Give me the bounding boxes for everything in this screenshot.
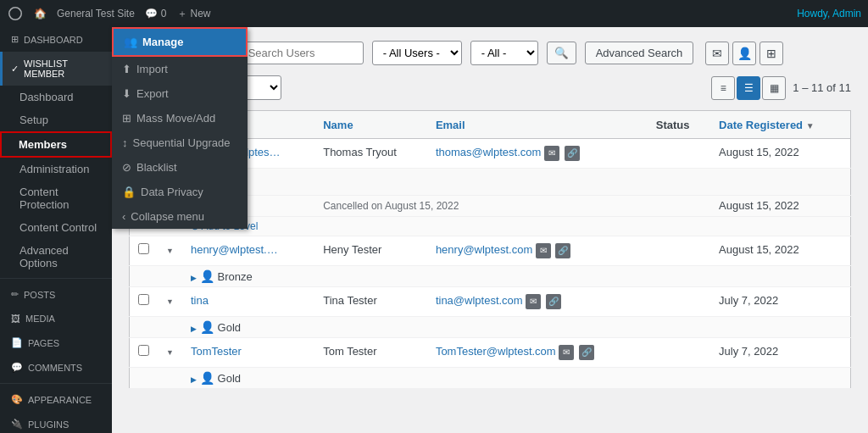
sidebar-item-pages[interactable]: 📄 Pages (0, 330, 112, 355)
sidebar-dashboard-label: Dashboard (24, 35, 83, 45)
level-henry-cell: ▶ 👤 Bronze (182, 266, 851, 287)
sidebar-item-wl-content-control[interactable]: Content Control (0, 216, 112, 239)
member-name: Heny Tester (323, 243, 381, 256)
username-link[interactable]: henry@wlptest.… (191, 243, 278, 256)
sidebar-item-wl-advanced-options[interactable]: Advanced Options (0, 239, 112, 275)
link-icon[interactable]: 🔗 (546, 294, 561, 309)
dropdown-manage-header[interactable]: 👥 Manage (112, 27, 248, 57)
sidebar-item-appearance[interactable]: 🎨 Appearance (0, 387, 112, 412)
grid-icon-button[interactable]: ⊞ (760, 42, 783, 65)
adminbar-home[interactable]: 🏠 (34, 8, 47, 19)
adminbar-new[interactable]: ＋ New (177, 7, 211, 21)
add-to-level-button[interactable]: ⊕ Add to Level (191, 220, 842, 232)
link-icon[interactable]: 🔗 (555, 243, 570, 258)
row-status-cell (648, 338, 710, 368)
mass-move-label: Mass Move/Add (136, 112, 215, 125)
expand-right-icon[interactable]: ▶ (191, 375, 197, 384)
sidebar-appearance-label: Appearance (28, 395, 92, 405)
plus-icon: ＋ (177, 7, 187, 21)
expand-icon[interactable]: ▼ (166, 247, 174, 255)
sort-arrow-icon: ▼ (806, 121, 815, 130)
mail-icon[interactable]: ✉ (536, 243, 551, 258)
link-icon[interactable]: 🔗 (579, 345, 594, 360)
dropdown-mass-move[interactable]: ⊞ Mass Move/Add (112, 106, 248, 130)
sidebar-item-comments[interactable]: 💬 Comments (0, 355, 112, 380)
username-link[interactable]: tina (191, 294, 209, 307)
email-link[interactable]: tina@wlptest.com (436, 294, 523, 307)
search-icon: 🔍 (554, 47, 569, 59)
add-level-cell: ⊕ Add to Level (182, 217, 851, 236)
expand-right-icon[interactable]: ▶ (191, 274, 197, 282)
import-label: Import (136, 63, 168, 75)
wl-advanced-options-label: Advanced Options (19, 244, 69, 269)
mail-icon[interactable]: ✉ (544, 146, 559, 161)
expand-icon[interactable]: ▼ (166, 297, 174, 306)
search-button[interactable]: 🔍 (547, 42, 576, 64)
filter-all-users-select[interactable]: - All Users - (372, 41, 462, 65)
level-empty-1 (130, 317, 159, 338)
row-checkbox[interactable] (138, 345, 149, 356)
level-tina-cell: ▶ 👤 Gold (182, 317, 851, 338)
email-link[interactable]: henry@wlptest.com (436, 243, 532, 256)
advanced-search-button[interactable]: Advanced Search (585, 42, 694, 64)
row-name-cell: Heny Tester (314, 236, 427, 266)
email-icon-button[interactable]: ✉ (705, 42, 729, 65)
dropdown-export[interactable]: ⬇ Export (112, 81, 248, 106)
sidebar-item-media[interactable]: 🖼 Media (0, 307, 112, 330)
sidebar-divider-2 (0, 383, 112, 384)
dashboard-icon: ⊞ (11, 34, 19, 45)
dropdown-sequential[interactable]: ↕ Sequential Upgrade (112, 130, 248, 155)
search-users-input[interactable] (241, 42, 364, 64)
sidebar-item-wishlist[interactable]: ✓ WishList Member (0, 52, 112, 86)
user-icon-button[interactable]: 👤 (732, 42, 756, 65)
row-email-cell: TomTester@wlptest.com ✉ 🔗 (427, 338, 648, 368)
pages-icon: 📄 (11, 337, 23, 348)
expand-icon[interactable]: ▼ (166, 348, 174, 357)
adminbar-comments[interactable]: 💬 0 (145, 8, 167, 19)
sidebar-item-wl-setup[interactable]: Setup (0, 108, 112, 131)
person-icon: 👤 (200, 320, 214, 334)
email-link[interactable]: TomTester@wlptest.com (436, 345, 556, 358)
mass-move-icon: ⊞ (122, 112, 131, 125)
filter-all-select[interactable]: - All - (470, 41, 538, 65)
dropdown-data-privacy[interactable]: 🔒 Data Privacy (112, 180, 248, 204)
email-link[interactable]: thomas@wlptest.com (436, 146, 541, 158)
expand-right-icon[interactable]: ▶ (191, 325, 197, 333)
row-expand-cell: ▼ (158, 338, 182, 368)
row-status-cell (648, 287, 710, 317)
grid-view-button-2[interactable]: ▦ (762, 76, 786, 100)
mail-icon[interactable]: ✉ (526, 294, 541, 309)
data-privacy-icon: 🔒 (122, 186, 136, 198)
sidebar-posts-label: Posts (24, 290, 55, 300)
mail-icon[interactable]: ✉ (559, 345, 574, 360)
dropdown-collapse[interactable]: ‹ Collapse menu (112, 204, 248, 229)
dropdown-blacklist[interactable]: ⊘ Blacklist (112, 155, 248, 180)
dropdown-import[interactable]: ⬆ Import (112, 57, 248, 81)
sidebar-item-dashboard[interactable]: ⊞ Dashboard (0, 27, 112, 52)
sidebar-item-posts[interactable]: ✏ Posts (0, 282, 112, 307)
wp-logo[interactable] (7, 5, 24, 22)
posts-icon: ✏ (11, 289, 19, 300)
row-checkbox[interactable] (138, 243, 149, 254)
adminbar-site-name[interactable]: General Test Site (57, 8, 135, 19)
username-link[interactable]: TomTester (191, 345, 242, 358)
sidebar-item-wl-members[interactable]: Members (0, 131, 112, 158)
dropdown-menu: 👥 Manage ⬆ Import ⬇ Export ⊞ Mass Move/A… (112, 27, 248, 229)
header-date-registered[interactable]: Date Registered ▼ (710, 111, 850, 139)
member-name: Tom Tester (323, 345, 376, 358)
advanced-search-label: Advanced Search (596, 47, 683, 59)
list-view-button[interactable]: ≡ (711, 76, 735, 100)
sidebar-item-wl-content-protection[interactable]: Content Protection (0, 180, 112, 216)
sidebar-item-wl-dashboard[interactable]: Dashboard (0, 86, 112, 108)
sidebar-item-plugins[interactable]: 🔌 Plugins (0, 412, 112, 433)
row-username-cell: TomTester (182, 338, 314, 368)
sequential-label: Sequential Upgrade (133, 136, 231, 149)
link-icon[interactable]: 🔗 (565, 146, 580, 161)
wl-administration-label: Administration (19, 163, 89, 175)
row-date-cell: August 15, 2022 (710, 236, 850, 266)
header-name[interactable]: Name (314, 111, 427, 139)
header-email[interactable]: Email (427, 111, 648, 139)
sidebar-item-wl-administration[interactable]: Administration (0, 158, 112, 180)
detail-view-button[interactable]: ☰ (737, 76, 760, 100)
row-checkbox[interactable] (138, 294, 149, 305)
